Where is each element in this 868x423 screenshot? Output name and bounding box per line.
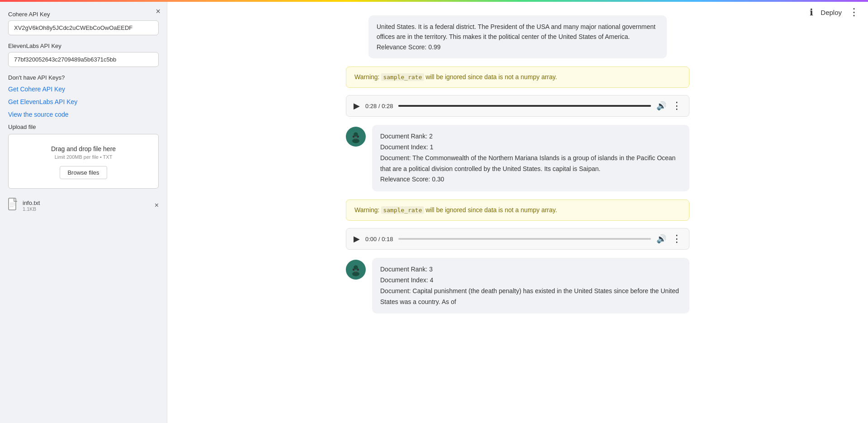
audio-progress-fill-1: [398, 105, 651, 107]
sidebar: × Cohere API Key ElevenLabs API Key Don'…: [0, 2, 167, 423]
warning-2-suffix-text: will be ignored since data is not a nump…: [425, 206, 557, 214]
elevenlabs-api-key-input[interactable]: [8, 52, 159, 67]
audio-time-2: 0:00 / 0:18: [365, 236, 393, 242]
warning-card-1: Warning: sample_rate will be ignored sin…: [346, 67, 689, 88]
file-name: info.txt: [23, 200, 150, 206]
doc-card-3-index: Document Index: 4: [380, 275, 681, 286]
svg-rect-0: [9, 198, 16, 210]
elevenlabs-api-key-label: ElevenLabs API Key: [8, 43, 159, 49]
svg-rect-9: [354, 138, 357, 139]
audio-progress-1[interactable]: [398, 105, 651, 107]
deploy-button[interactable]: Deploy: [821, 9, 842, 16]
more-options-button[interactable]: ⋮: [849, 6, 859, 18]
info-button[interactable]: ℹ: [810, 7, 813, 18]
upload-zone[interactable]: Drag and drop file here Limit 200MB per …: [8, 134, 159, 189]
svg-point-7: [353, 136, 355, 138]
file-info: info.txt 1.1KB: [23, 200, 150, 212]
warning-card-2: Warning: sample_rate will be ignored sin…: [346, 200, 689, 221]
audio-player-1: ▶ 0:28 / 0:28 🔊 ⋮: [346, 95, 689, 117]
doc-card-3-rank: Document Rank: 3: [380, 264, 681, 275]
volume-button-2[interactable]: 🔊: [656, 234, 666, 244]
upload-file-label: Upload file: [8, 124, 159, 130]
audio-progress-2[interactable]: [398, 238, 651, 240]
header-bar: ℹ Deploy ⋮: [801, 2, 868, 23]
warning-1-code: sample_rate: [381, 73, 424, 81]
svg-point-6: [352, 139, 359, 143]
upload-zone-sub: Limit 200MB per file • TXT: [16, 154, 151, 160]
play-button-1[interactable]: ▶: [354, 101, 360, 111]
get-elevenlabs-link[interactable]: Get ElevenLabs API Key: [8, 98, 159, 105]
result-card-1: United States. It is a federal district.…: [368, 15, 667, 58]
warning-2-code: sample_rate: [381, 206, 424, 214]
get-cohere-link[interactable]: Get Cohere API Key: [8, 86, 159, 93]
doc-card-2-relevance: Relevance Score: 0.30: [380, 174, 681, 185]
doc-row-3: Document Rank: 3 Document Index: 4 Docum…: [346, 258, 689, 314]
svg-point-14: [357, 269, 359, 271]
file-item: info.txt 1.1KB ×: [8, 195, 159, 216]
sidebar-close-button[interactable]: ×: [156, 7, 160, 15]
cohere-api-key-input[interactable]: [8, 20, 159, 35]
doc-card-2-index: Document Index: 1: [380, 142, 681, 153]
cohere-api-key-label: Cohere API Key: [8, 11, 159, 18]
avatar-3: [346, 260, 366, 280]
file-size: 1.1KB: [23, 206, 150, 212]
doc-card-2: Document Rank: 2 Document Index: 1 Docum…: [372, 125, 689, 191]
upload-zone-title: Drag and drop file here: [16, 145, 151, 152]
svg-point-13: [353, 269, 355, 271]
main-content: United States. It is a federal district.…: [167, 2, 868, 423]
svg-point-12: [352, 272, 359, 276]
warning-1-prefix: Warning:: [354, 73, 380, 81]
result-card-1-text: United States. It is a federal district.…: [377, 23, 656, 51]
doc-card-2-document: Document: The Commonwealth of the Northe…: [380, 153, 681, 175]
no-keys-question: Don't have API Keys?: [8, 74, 159, 81]
view-source-link[interactable]: View the source code: [8, 111, 159, 118]
audio-time-1: 0:28 / 0:28: [365, 103, 393, 109]
warning-2-prefix: Warning:: [354, 206, 380, 214]
more-audio-button-2[interactable]: ⋮: [672, 233, 682, 245]
audio-player-2: ▶ 0:00 / 0:18 🔊 ⋮: [346, 228, 689, 250]
doc-card-3-document: Document: Capital punishment (the death …: [380, 286, 681, 308]
avatar-2: [346, 127, 366, 147]
svg-rect-15: [354, 271, 357, 272]
more-audio-button-1[interactable]: ⋮: [672, 100, 682, 112]
doc-card-3: Document Rank: 3 Document Index: 4 Docum…: [372, 258, 689, 314]
file-remove-button[interactable]: ×: [155, 201, 159, 209]
doc-card-2-rank: Document Rank: 2: [380, 131, 681, 142]
warning-1-suffix-text: will be ignored since data is not a nump…: [425, 73, 557, 81]
volume-button-1[interactable]: 🔊: [656, 101, 666, 111]
file-icon: [8, 198, 18, 213]
svg-point-8: [357, 136, 359, 138]
play-button-2[interactable]: ▶: [354, 234, 360, 244]
browse-files-button[interactable]: Browse files: [60, 166, 107, 179]
doc-row-2: Document Rank: 2 Document Index: 1 Docum…: [346, 125, 689, 191]
